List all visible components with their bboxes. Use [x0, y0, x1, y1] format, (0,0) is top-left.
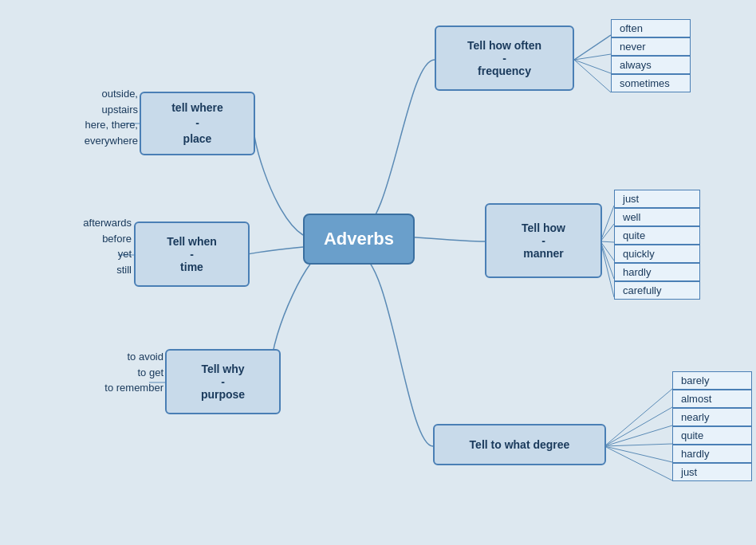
svg-line-12: [604, 425, 672, 446]
center-node: Adverbs: [303, 214, 415, 265]
text-why: to avoidto getto remember: [24, 349, 163, 396]
svg-line-6: [600, 241, 614, 242]
svg-line-4: [600, 206, 614, 241]
svg-line-8: [600, 241, 614, 279]
branch-where: tell where-place: [140, 92, 255, 155]
leaf-manner-3: quite: [614, 226, 700, 245]
branch-degree-label: Tell to what degree: [470, 438, 570, 451]
branch-manner: Tell how-manner: [485, 203, 602, 278]
leaf-frequency-4: sometimes: [611, 74, 691, 92]
svg-line-15: [604, 446, 672, 480]
leaf-group-frequency: often never always sometimes: [611, 19, 691, 92]
svg-line-7: [600, 241, 614, 261]
svg-line-3: [574, 60, 611, 92]
leaf-manner-1: just: [614, 190, 700, 208]
svg-line-13: [604, 444, 672, 446]
svg-line-9: [600, 241, 614, 297]
leaf-group-degree: barely almost nearly quite hardly just: [672, 371, 752, 481]
text-when: afterwardsbeforeyetstill: [8, 215, 132, 277]
svg-line-11: [604, 407, 672, 446]
leaf-degree-5: hardly: [672, 445, 752, 463]
branch-degree: Tell to what degree: [433, 424, 606, 465]
branch-when-label: Tell when-time: [167, 235, 217, 273]
branch-frequency-label: Tell how often-frequency: [467, 39, 541, 77]
svg-line-10: [604, 389, 672, 446]
leaf-manner-6: carefully: [614, 281, 700, 300]
branch-manner-label: Tell how-manner: [522, 222, 565, 260]
center-label: Adverbs: [324, 229, 394, 249]
leaf-degree-1: barely: [672, 371, 752, 390]
svg-line-5: [600, 224, 614, 241]
svg-line-2: [574, 60, 611, 73]
leaf-degree-3: nearly: [672, 408, 752, 426]
branch-frequency: Tell how often-frequency: [435, 25, 574, 91]
branch-why-label: Tell why-purpose: [201, 363, 245, 401]
branch-where-label: tell where-place: [171, 100, 223, 147]
svg-line-0: [574, 35, 611, 60]
leaf-frequency-3: always: [611, 56, 691, 74]
leaf-frequency-2: never: [611, 37, 691, 56]
svg-line-14: [604, 446, 672, 462]
leaf-group-manner: just well quite quickly hardly carefully: [614, 190, 700, 300]
svg-line-1: [574, 54, 611, 60]
branch-when: Tell when-time: [134, 222, 250, 287]
text-where: outside,upstairshere, there,everywhere: [8, 86, 138, 148]
leaf-degree-4: quite: [672, 426, 752, 445]
leaf-manner-4: quickly: [614, 245, 700, 263]
leaf-manner-2: well: [614, 208, 700, 226]
leaf-manner-5: hardly: [614, 263, 700, 281]
leaf-degree-6: just: [672, 463, 752, 481]
leaf-degree-2: almost: [672, 390, 752, 408]
branch-why: Tell why-purpose: [165, 349, 281, 414]
leaf-frequency-1: often: [611, 19, 691, 37]
